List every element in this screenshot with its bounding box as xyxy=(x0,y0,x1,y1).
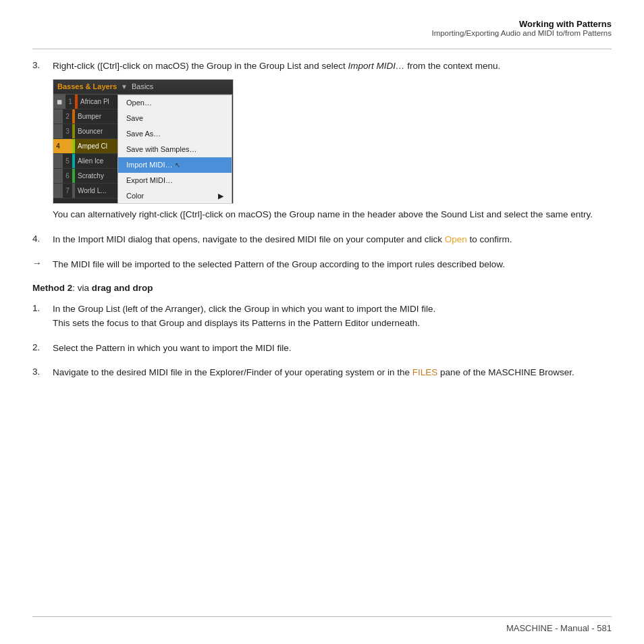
ss-header-arrow-icon: ▼ xyxy=(121,82,128,92)
ss-row-1-num: ◼ xyxy=(53,95,65,109)
ss-header-basics: Basics xyxy=(132,81,153,92)
m2-step-3: 3. Navigate to the desired MIDI file in … xyxy=(32,366,612,380)
menu-save-samples: Save with Samples… xyxy=(118,142,232,157)
header-rule xyxy=(32,49,612,49)
ss-row-1-idx: 1 xyxy=(65,95,75,109)
method2-heading: Method 2: via drag and drop xyxy=(32,283,612,293)
method2-bold: drag and drop xyxy=(92,283,153,293)
step-3-content: Right-click ([Ctrl]-click on macOS) the … xyxy=(53,59,612,222)
step-3-number: 3. xyxy=(32,59,53,222)
step3-text2: from the context menu. xyxy=(404,61,500,71)
ss-row-2-idx: 2 xyxy=(63,109,72,124)
step4-open-link[interactable]: Open xyxy=(445,234,467,244)
step3-note: You can alternatively right-click ([Ctrl… xyxy=(53,209,593,219)
color-submenu-arrow: ▶ xyxy=(218,190,223,202)
method2-rest: : via xyxy=(72,283,92,293)
ss-row-2-spacer: ◼ xyxy=(53,109,63,124)
m2-step3-text1: Navigate to the desired MIDI file in the… xyxy=(53,367,412,377)
ss-row-5-idx: 5 xyxy=(63,154,72,168)
m2-step-1-content: In the Group List (left of the Arranger)… xyxy=(53,302,612,331)
step4-text2: to confirm. xyxy=(467,234,512,244)
header-subtitle: Importing/Exporting Audio and MIDI to/fr… xyxy=(431,29,612,37)
m2-step-2-content: Select the Pattern in which you want to … xyxy=(53,342,612,356)
menu-open: Open… xyxy=(118,95,232,111)
ss-row-4-idx xyxy=(63,139,72,153)
ss-header: Basses & Layers ▼ Basics xyxy=(53,80,233,95)
header-title: Working with Patterns xyxy=(431,19,612,29)
menu-import-midi: Import MIDI…↖ xyxy=(118,157,232,173)
step-4-content: In the Import MIDI dialog that opens, na… xyxy=(53,233,612,247)
m2-step-3-content: Navigate to the desired MIDI file in the… xyxy=(53,366,612,380)
ss-row-7-spacer: ◼ xyxy=(53,184,63,198)
menu-color: Color ▶ xyxy=(118,188,232,204)
step-3: 3. Right-click ([Ctrl]-click on macOS) t… xyxy=(32,59,612,222)
step-4-number: 4. xyxy=(32,233,53,247)
ss-row-7-idx: 7 xyxy=(63,184,72,198)
ss-row-3: ◼ 3 Bouncer xyxy=(53,124,124,139)
ss-row-6-spacer: ◼ xyxy=(53,169,63,183)
ss-row-4-spacer: 4 xyxy=(53,139,63,153)
m2-step-3-number: 3. xyxy=(32,366,53,380)
ss-row-3-spacer: ◼ xyxy=(53,124,63,138)
ss-row-6: ◼ 6 Scratchy xyxy=(53,169,124,184)
ss-row-6-idx: 6 xyxy=(63,169,72,183)
ss-row-4: 4 Amped Cl xyxy=(53,139,124,154)
m2-step3-text2: pane of the MASCHINE Browser. xyxy=(437,367,574,377)
m2-step-1-number: 1. xyxy=(32,302,53,331)
main-content: 3. Right-click ([Ctrl]-click on macOS) t… xyxy=(32,59,612,603)
ss-row-3-idx: 3 xyxy=(63,124,72,138)
method2-label: Method 2 xyxy=(32,283,72,293)
cursor-icon: ↖ xyxy=(175,160,180,171)
menu-export-midi: Export MIDI… xyxy=(118,173,232,188)
arrow-item: → The MIDI file will be imported to the … xyxy=(32,258,612,272)
step-4: 4. In the Import MIDI dialog that opens,… xyxy=(32,233,612,247)
ss-row-7: ◼ 7 World L... xyxy=(53,184,124,198)
arrow-symbol: → xyxy=(32,258,53,272)
footer-rule xyxy=(32,616,612,617)
screenshot: Basses & Layers ▼ Basics ◼ 1 African Pl xyxy=(53,79,234,204)
ss-row-5: ◼ 5 Alien Ice xyxy=(53,154,124,169)
menu-save: Save xyxy=(118,111,232,126)
step3-text1: Right-click ([Ctrl]-click on macOS) the … xyxy=(53,61,348,71)
footer-text: MASCHINE - Manual - 581 xyxy=(506,623,612,633)
m2-step-1: 1. In the Group List (left of the Arrang… xyxy=(32,302,612,331)
step3-italic: Import MIDI… xyxy=(348,61,404,71)
m2-step3-files-link[interactable]: FILES xyxy=(412,367,438,377)
m2-step-2-number: 2. xyxy=(32,342,53,356)
ss-row-2: ◼ 2 Bumper xyxy=(53,109,124,124)
m2-step-2: 2. Select the Pattern in which you want … xyxy=(32,342,612,356)
ss-rows: ◼ 1 African Pl ◼ 2 Bumper ◼ xyxy=(53,95,124,198)
ss-row-1: ◼ 1 African Pl xyxy=(53,95,124,109)
ss-row-5-spacer: ◼ xyxy=(53,154,63,168)
page-header: Working with Patterns Importing/Exportin… xyxy=(431,19,612,37)
arrow-content: The MIDI file will be imported to the se… xyxy=(53,258,612,272)
context-menu: Open… Save Save As… Save with Samples… I… xyxy=(117,95,232,204)
step4-text1: In the Import MIDI dialog that opens, na… xyxy=(53,234,445,244)
menu-save-as: Save As… xyxy=(118,126,232,142)
ss-header-title: Basses & Layers xyxy=(57,81,117,92)
